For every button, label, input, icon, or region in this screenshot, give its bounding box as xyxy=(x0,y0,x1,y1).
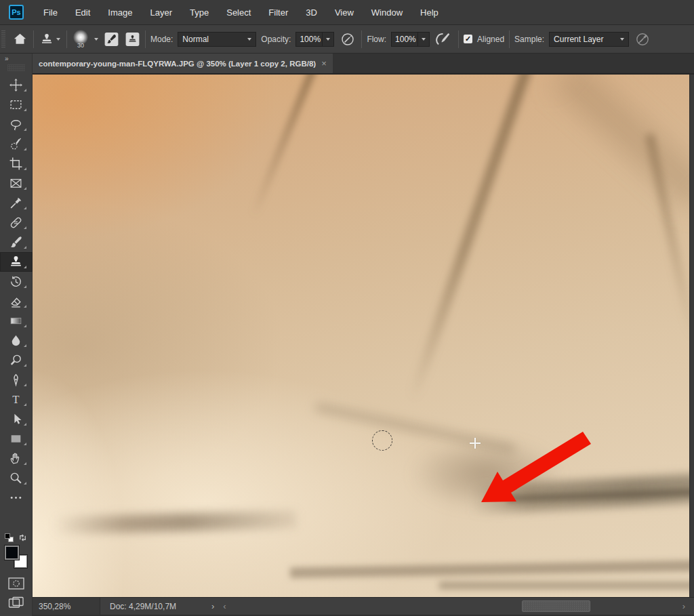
tool-gradient[interactable] xyxy=(0,311,33,331)
eyedropper-icon xyxy=(9,196,23,210)
menu-item-type[interactable]: Type xyxy=(181,3,218,22)
lasso-icon xyxy=(9,117,23,131)
document-area: contemporary-young-man-FLQYRWA.JPG @ 350… xyxy=(33,54,694,616)
tool-path-selection[interactable] xyxy=(0,409,33,429)
vertical-scrollbar[interactable] xyxy=(689,75,694,597)
sample-dropdown[interactable]: Current Layer xyxy=(549,32,629,47)
foreground-color-swatch[interactable] xyxy=(5,546,19,560)
swap-colors-icon[interactable] xyxy=(18,533,28,543)
menu-item-file[interactable]: File xyxy=(35,3,66,22)
photoshop-logo-icon: Ps xyxy=(9,5,24,20)
tool-brush[interactable] xyxy=(0,232,33,252)
scroll-right-arrow[interactable]: › xyxy=(679,601,689,611)
chevron-down-icon[interactable] xyxy=(94,38,98,41)
toolbar-tools: T xyxy=(0,75,33,508)
collapse-panel-button[interactable]: » xyxy=(0,54,32,64)
tool-quick-selection[interactable] xyxy=(0,134,33,154)
tool-ellipsis[interactable] xyxy=(0,488,33,508)
tool-marquee[interactable] xyxy=(0,95,33,115)
menu-item-edit[interactable]: Edit xyxy=(66,3,99,22)
home-button[interactable] xyxy=(12,30,28,47)
tool-blur[interactable] xyxy=(0,331,33,350)
horizontal-scrollbar: ‹ › xyxy=(214,598,694,615)
screen-mode-button[interactable] xyxy=(0,593,33,612)
tool-zoom[interactable] xyxy=(0,468,33,488)
close-icon[interactable]: × xyxy=(321,59,327,68)
clone-stamp-icon xyxy=(40,33,54,46)
tool-history-brush[interactable] xyxy=(0,272,33,291)
scrollbar-thumb[interactable] xyxy=(522,600,590,612)
tool-crop[interactable] xyxy=(0,154,33,173)
menu-item-image[interactable]: Image xyxy=(99,3,141,22)
quick-mask-button[interactable] xyxy=(0,574,33,593)
flow-input[interactable]: 100% xyxy=(391,32,418,47)
tool-frame[interactable] xyxy=(0,173,33,193)
default-colors-button[interactable] xyxy=(5,533,14,542)
aligned-checkbox[interactable]: ✓ xyxy=(464,35,472,43)
clone-source-panel-icon xyxy=(125,32,140,47)
tool-clone-stamp[interactable] xyxy=(0,252,33,272)
svg-text:T: T xyxy=(12,393,19,406)
opacity-input[interactable]: 100% xyxy=(295,32,323,47)
options-separator xyxy=(361,30,362,48)
chevron-down-icon xyxy=(326,38,330,41)
pressure-opacity-icon xyxy=(340,32,355,47)
tool-type[interactable]: T xyxy=(0,390,33,409)
home-icon xyxy=(13,32,27,46)
zoom-level-input[interactable]: 350,28% xyxy=(33,598,100,615)
tool-preset-picker[interactable] xyxy=(39,31,62,47)
tool-pen[interactable] xyxy=(0,370,33,390)
tool-move[interactable] xyxy=(0,75,33,95)
tool-eraser[interactable] xyxy=(0,291,33,311)
toggle-clone-source-panel-button[interactable] xyxy=(124,31,140,47)
menu-item-view[interactable]: View xyxy=(326,3,363,22)
tool-dodge[interactable] xyxy=(0,350,33,370)
screen-mode-icon xyxy=(8,596,24,609)
brush-panel-icon xyxy=(104,32,119,47)
sample-value: Current Layer xyxy=(554,35,603,44)
canvas[interactable] xyxy=(33,75,694,597)
default-foreground-swatch xyxy=(5,533,10,539)
menu-item-filter[interactable]: Filter xyxy=(260,3,297,22)
tool-lasso[interactable] xyxy=(0,115,33,134)
document-tab[interactable]: contemporary-young-man-FLQYRWA.JPG @ 350… xyxy=(33,54,333,73)
menu-item-help[interactable]: Help xyxy=(411,3,447,22)
healing-brush-icon xyxy=(9,215,23,230)
tool-healing-brush[interactable] xyxy=(0,213,33,232)
menu-item-select[interactable]: Select xyxy=(218,3,260,22)
marquee-icon xyxy=(9,98,23,112)
move-icon xyxy=(9,78,23,92)
chevron-down-icon xyxy=(422,38,426,41)
flow-dropdown-button[interactable] xyxy=(418,32,430,47)
toolbar-bottom-cluster xyxy=(0,533,33,616)
tool-options-bar: 30 Mode: Normal Opacity: 100% Flow: xyxy=(0,25,694,54)
opacity-dropdown-button[interactable] xyxy=(323,32,334,47)
menu-item-3d[interactable]: 3D xyxy=(297,3,326,22)
quick-mask-icon xyxy=(8,577,24,590)
menu-item-window[interactable]: Window xyxy=(363,3,411,22)
tool-eyedropper[interactable] xyxy=(0,193,33,213)
scrollbar-track[interactable] xyxy=(229,598,679,615)
gradient-icon xyxy=(9,314,23,328)
red-arrow-icon xyxy=(481,432,591,502)
clone-stamp-icon xyxy=(9,255,23,269)
airbrush-button[interactable] xyxy=(434,30,453,48)
tool-rectangle[interactable] xyxy=(0,429,33,449)
toggle-brush-settings-panel-button[interactable] xyxy=(103,31,119,47)
menu-item-layer[interactable]: Layer xyxy=(142,3,182,22)
slashed-eyedropper-icon xyxy=(635,32,650,47)
mode-dropdown[interactable]: Normal xyxy=(178,32,256,47)
scroll-left-arrow[interactable]: ‹ xyxy=(220,601,229,611)
chevron-down-icon xyxy=(56,38,60,41)
tool-panel: » T xyxy=(0,54,33,616)
mode-label: Mode: xyxy=(150,35,173,44)
brush-preset-picker[interactable]: 30 xyxy=(72,28,89,50)
clone-source-brush-cursor xyxy=(372,430,392,451)
quick-selection-icon xyxy=(9,137,23,151)
crop-icon xyxy=(9,157,23,171)
pressure-opacity-button[interactable] xyxy=(339,30,356,48)
eraser-icon xyxy=(9,294,23,308)
tool-hand[interactable] xyxy=(0,449,33,468)
ignore-adjustment-layers-button[interactable] xyxy=(634,30,651,48)
options-separator xyxy=(458,30,459,48)
